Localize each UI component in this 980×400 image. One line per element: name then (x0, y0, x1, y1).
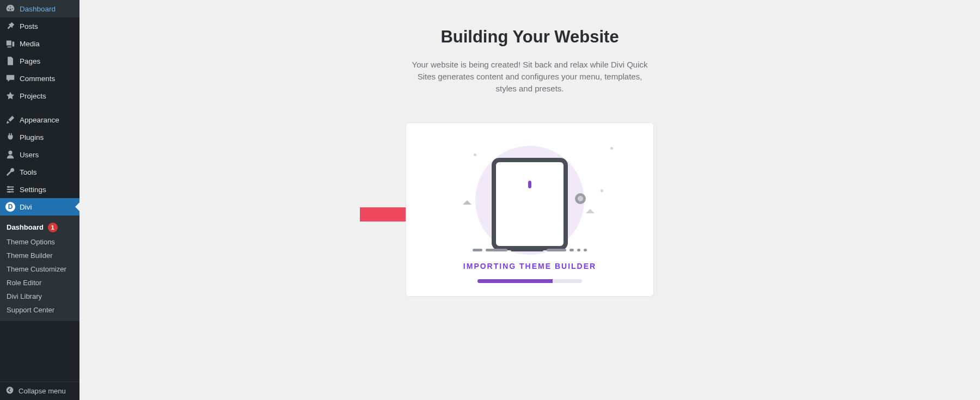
sidebar-item-divi[interactable]: D Divi (0, 198, 79, 216)
illustration (467, 141, 592, 249)
sidebar-item-dashboard[interactable]: Dashboard (0, 0, 79, 17)
divi-submenu: Dashboard 1 Theme Options Theme Builder … (0, 216, 79, 321)
collapse-menu-label: Collapse menu (19, 387, 66, 395)
progress-card: IMPORTING THEME BUILDER (406, 122, 654, 297)
submenu-item-theme-options[interactable]: Theme Options (0, 235, 79, 249)
sidebar-item-projects[interactable]: Projects (0, 87, 79, 104)
divi-icon: D (5, 202, 15, 212)
notification-badge: 1 (48, 223, 58, 232)
collapse-icon (5, 386, 14, 396)
wrench-icon (5, 167, 15, 177)
sidebar-separator (0, 104, 79, 111)
sidebar-item-media[interactable]: Media (0, 35, 79, 52)
sidebar-item-label: Pages (20, 57, 40, 65)
star-icon (5, 91, 15, 101)
sidebar-item-plugins[interactable]: Plugins (0, 128, 79, 146)
sidebar-item-label: Appearance (20, 116, 59, 124)
submenu-item-support-center[interactable]: Support Center (0, 303, 79, 317)
sidebar-item-posts[interactable]: Posts (0, 17, 79, 35)
sidebar-item-label: Posts (20, 22, 38, 30)
svg-point-3 (7, 387, 14, 394)
sidebar-item-label: Divi (20, 203, 32, 211)
sidebar-item-label: Media (20, 40, 40, 48)
page-subtitle: Your website is being created! Sit back … (410, 59, 650, 94)
sidebar-item-label: Users (20, 151, 39, 159)
sidebar-item-tools[interactable]: Tools (0, 163, 79, 181)
dashboard-icon (5, 4, 15, 14)
sidebar-item-pages[interactable]: Pages (0, 52, 79, 70)
sidebar-item-appearance[interactable]: Appearance (0, 111, 79, 128)
admin-sidebar: Dashboard Posts Media Pages Comments Pro… (0, 0, 79, 400)
submenu-item-divi-library[interactable]: Divi Library (0, 290, 79, 303)
sidebar-item-label: Settings (20, 186, 46, 194)
svg-point-0 (8, 186, 10, 188)
svg-point-2 (8, 191, 10, 193)
submenu-item-label: Dashboard (7, 223, 44, 231)
sidebar-item-settings[interactable]: Settings (0, 181, 79, 198)
sidebar-item-comments[interactable]: Comments (0, 70, 79, 87)
brush-icon (5, 115, 15, 125)
sidebar-item-label: Comments (20, 75, 55, 83)
pages-icon (5, 56, 15, 66)
comment-icon (5, 73, 15, 83)
main-content: Building Your Website Your website is be… (79, 0, 980, 400)
sidebar-item-label: Plugins (20, 133, 44, 141)
submenu-item-theme-builder[interactable]: Theme Builder (0, 249, 79, 262)
pin-icon (5, 21, 15, 31)
progress-bar (477, 279, 582, 283)
collapse-menu-button[interactable]: Collapse menu (0, 381, 79, 400)
plug-icon (5, 132, 15, 142)
sidebar-item-label: Tools (20, 168, 37, 176)
status-text: IMPORTING THEME BUILDER (463, 262, 596, 270)
submenu-item-theme-customizer[interactable]: Theme Customizer (0, 262, 79, 276)
sidebar-item-label: Projects (20, 92, 46, 100)
svg-point-1 (11, 188, 14, 190)
sliders-icon (5, 184, 15, 194)
progress-fill (477, 279, 553, 283)
device-icon (492, 158, 568, 250)
media-icon (5, 39, 15, 48)
sidebar-item-label: Dashboard (20, 5, 56, 13)
page-title: Building Your Website (440, 27, 618, 47)
submenu-item-role-editor[interactable]: Role Editor (0, 276, 79, 290)
user-icon (5, 150, 15, 159)
sidebar-item-users[interactable]: Users (0, 146, 79, 163)
submenu-item-dashboard[interactable]: Dashboard 1 (0, 220, 79, 235)
